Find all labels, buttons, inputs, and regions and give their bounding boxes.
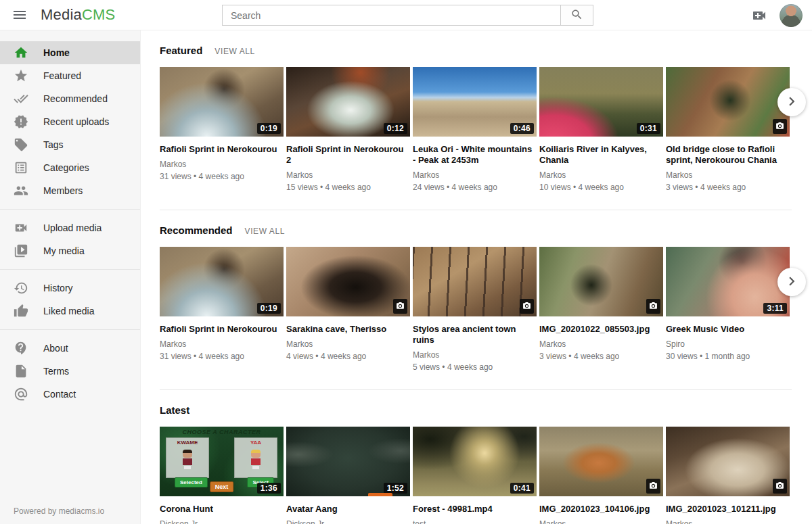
media-title[interactable]: IMG_20201023_104106.jpg [539, 504, 663, 515]
logo[interactable]: MediaCMS [41, 6, 115, 24]
sidebar-item-tags[interactable]: Tags [0, 133, 140, 156]
view-all-link[interactable]: VIEW ALL [215, 47, 255, 56]
section-title: Latest [160, 404, 189, 416]
media-title[interactable]: Old bridge close to Rafioli sprint, Nero… [666, 144, 790, 166]
new-releases-icon [14, 114, 28, 129]
media-title[interactable]: Corona Hunt [160, 504, 284, 515]
media-thumbnail[interactable]: 1:52 [286, 427, 410, 496]
media-card: 0:31 Koiliaris River in Kalyves, Chania … [539, 67, 663, 192]
media-card: Stylos area ancient town ruins Markos 5 … [413, 247, 537, 372]
media-author[interactable]: Dickson Jr. [160, 519, 284, 524]
media-thumbnail[interactable] [666, 427, 790, 496]
media-thumbnail[interactable]: 0:19 [160, 247, 284, 316]
sidebar-item-liked-media[interactable]: Liked media [0, 300, 140, 323]
media-author[interactable]: Markos [539, 339, 663, 349]
sidebar-item-members[interactable]: Members [0, 179, 140, 202]
sidebar-item-history[interactable]: History [0, 277, 140, 300]
sidebar-item-contact[interactable]: Contact [0, 383, 140, 406]
card-row: CHOOSE A CHARACTERKWAMEYAASelectedNextSe… [160, 427, 792, 524]
chevron-right-icon [783, 272, 800, 292]
hamburger-menu-icon[interactable] [11, 7, 28, 24]
media-author[interactable]: Markos [539, 170, 663, 180]
sidebar-group: About Terms Contact [0, 333, 140, 410]
media-title[interactable]: Greek Music Video [666, 324, 790, 335]
media-views: 4 views • 4 weeks ago [286, 352, 410, 361]
sidebar-item-my-media[interactable]: My media [0, 239, 140, 262]
search-button[interactable] [560, 5, 593, 25]
media-thumbnail[interactable]: 0:12 [286, 67, 410, 137]
sidebar-item-categories[interactable]: Categories [0, 156, 140, 179]
media-author[interactable]: Markos [413, 350, 537, 360]
media-author[interactable]: Spiro [666, 339, 790, 349]
sidebar-item-home[interactable]: Home [0, 41, 140, 64]
game-next-button: Next [210, 481, 234, 492]
view-all-link[interactable]: VIEW ALL [245, 227, 286, 236]
sidebar-divider [0, 329, 140, 330]
media-title[interactable]: Sarakina cave, Therisso [286, 324, 410, 335]
media-author[interactable]: Markos [413, 170, 537, 180]
duration-badge: 0:31 [637, 123, 660, 134]
media-title[interactable]: IMG_20201022_085503.jpg [539, 324, 663, 335]
media-author[interactable]: Markos [286, 170, 410, 180]
media-author[interactable]: Markos [666, 519, 790, 524]
media-author[interactable]: Markos [666, 170, 790, 180]
sidebar-item-featured[interactable]: Featured [0, 64, 140, 87]
media-thumbnail[interactable]: CHOOSE A CHARACTERKWAMEYAASelectedNextSe… [160, 427, 284, 496]
sidebar-item-label: Featured [43, 70, 81, 81]
media-title[interactable]: Rafioli Sprint in Nerokourou [160, 324, 284, 335]
media-thumbnail[interactable] [539, 247, 663, 316]
media-card: IMG_20201022_085503.jpg Markos 3 views •… [539, 247, 663, 372]
media-card: 0:46 Leuka Ori - White mountains - Peak … [413, 67, 537, 192]
media-title[interactable]: Forest - 49981.mp4 [413, 504, 537, 515]
sidebar-item-recommended[interactable]: Recommended [0, 87, 140, 110]
media-title[interactable]: Avatar Aang [286, 504, 410, 515]
sidebar-item-terms[interactable]: Terms [0, 360, 140, 383]
scroll-next-button[interactable] [777, 88, 806, 116]
character-name-right: YAA [235, 439, 277, 446]
camera-icon [646, 479, 660, 494]
media-meta: Rafioli Sprint in Nerokourou Markos 31 v… [160, 324, 284, 361]
duration-badge: 0:19 [257, 123, 281, 134]
media-meta: Old bridge close to Rafioli sprint, Nero… [666, 144, 790, 192]
media-meta: Corona Hunt Dickson Jr. 6 views • 4 days… [160, 504, 284, 524]
media-title[interactable]: Koiliaris River in Kalyves, Chania [539, 144, 663, 166]
media-author[interactable]: Markos [539, 519, 663, 524]
media-author[interactable]: Markos [160, 160, 284, 169]
upload-media-icon[interactable] [751, 7, 767, 24]
media-title[interactable]: Leuka Ori - White mountains - Peak at 24… [413, 144, 537, 166]
media-section: Featured VIEW ALL 0:19 Rafioli Sprint in… [160, 30, 792, 210]
media-card: 1:52 Avatar Aang Dickson Jr. 12 views • … [286, 427, 410, 524]
media-thumbnail[interactable] [286, 247, 410, 316]
media-thumbnail[interactable] [666, 67, 790, 137]
scroll-next-button[interactable] [777, 268, 806, 296]
media-title[interactable]: Rafioli Sprint in Nerokourou [160, 144, 284, 155]
media-title[interactable]: Stylos area ancient town ruins [413, 324, 537, 346]
media-thumbnail[interactable]: 0:46 [413, 67, 537, 137]
sidebar-item-about[interactable]: About [0, 337, 140, 360]
character-box-right: YAA [234, 437, 277, 478]
media-thumbnail[interactable]: 3:11 [666, 247, 790, 316]
media-thumbnail[interactable] [539, 427, 663, 496]
media-title[interactable]: Rafioli Sprint in Nerokourou 2 [286, 144, 410, 166]
media-thumbnail[interactable]: 0:41 [413, 427, 537, 496]
search-input[interactable] [223, 5, 560, 25]
media-author[interactable]: Markos [286, 339, 410, 349]
done-all-icon [14, 91, 28, 106]
sidebar-item-label: Upload media [43, 222, 102, 233]
section-header: Latest [160, 404, 792, 416]
sidebar-item-recent-uploads[interactable]: Recent uploads [0, 110, 140, 133]
media-author[interactable]: Markos [160, 339, 284, 349]
sidebar-item-upload-media[interactable]: Upload media [0, 216, 140, 239]
character-sprite-left [182, 450, 193, 469]
media-thumbnail[interactable]: 0:19 [160, 67, 284, 137]
character-box-left: KWAME [166, 437, 209, 478]
game-heading: CHOOSE A CHARACTER [160, 429, 284, 435]
media-meta: Greek Music Video Spiro 30 views • 1 mon… [666, 324, 790, 361]
media-thumbnail[interactable]: 0:31 [539, 67, 663, 137]
media-author[interactable]: test [413, 519, 537, 524]
user-avatar[interactable] [780, 4, 803, 27]
media-author[interactable]: Dickson Jr. [286, 519, 410, 524]
media-title[interactable]: IMG_20201023_101211.jpg [666, 504, 790, 515]
media-meta: Koiliaris River in Kalyves, Chania Marko… [539, 144, 663, 192]
media-thumbnail[interactable] [413, 247, 537, 316]
